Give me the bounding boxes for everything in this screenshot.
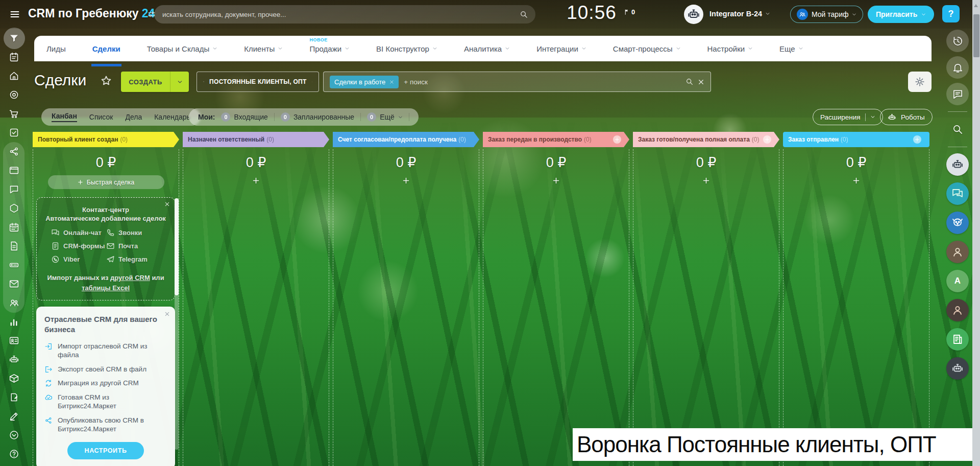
nav-item[interactable]: Аналитика [464, 44, 510, 53]
nav-item[interactable]: Еще [779, 44, 803, 53]
industry-crm-item[interactable]: Миграция из другой CRM [44, 379, 167, 388]
excel-link[interactable]: таблицы Excel [82, 284, 130, 292]
left-sidebar-item[interactable] [0, 312, 28, 331]
scrollbar-up-arrow[interactable] [974, 4, 978, 7]
counter-item[interactable]: 0 Входящие [221, 112, 267, 122]
nav-item[interactable]: Настройки [707, 44, 753, 53]
kanban-column-header[interactable]: Повторный клиент создан (0) [33, 132, 179, 147]
left-sidebar-item[interactable] [0, 85, 28, 104]
right-sidebar-tool[interactable] [946, 83, 969, 105]
quick-deal-button[interactable]: Быстрая сделка [48, 175, 164, 189]
user-avatar[interactable] [684, 5, 703, 24]
left-sidebar-item[interactable] [0, 293, 28, 312]
right-sidebar-avatar[interactable] [946, 241, 969, 263]
search-icon[interactable] [520, 10, 528, 19]
industry-crm-item[interactable]: Экспорт своей CRM в файл [44, 365, 167, 374]
left-sidebar-item[interactable] [0, 142, 28, 161]
right-sidebar-tool[interactable] [946, 118, 969, 141]
industry-crm-item[interactable]: Опубликовать свою CRM в Битрикс24.Маркет [44, 416, 167, 434]
page-scrollbar[interactable] [972, 0, 980, 466]
industry-crm-item[interactable]: Готовая CRM из Битрикс24.Маркет [44, 393, 167, 411]
add-card-button[interactable] [852, 177, 860, 187]
deals-search-input[interactable] [403, 78, 681, 86]
nav-item[interactable]: Смарт-процессы [613, 44, 681, 53]
robots-button[interactable]: Роботы [880, 109, 933, 125]
channel-item[interactable]: Telegram [106, 255, 167, 264]
channel-item[interactable]: Почта [106, 242, 167, 250]
left-sidebar-item[interactable] [0, 274, 28, 293]
left-sidebar-item[interactable] [0, 255, 28, 274]
view-tab[interactable]: Канбан [52, 112, 77, 122]
left-sidebar-item[interactable] [0, 66, 28, 85]
filter-chip[interactable]: Сделки в работе [330, 76, 399, 88]
kanban-column-header[interactable]: Заказ готов/получена полная оплата (0) [633, 132, 779, 147]
view-tab[interactable]: Список [89, 113, 113, 121]
add-deal-button[interactable] [613, 135, 621, 144]
tariff-button[interactable]: Мой тариф [790, 6, 863, 23]
channel-item[interactable]: Viber [51, 255, 105, 264]
left-sidebar-item[interactable] [0, 388, 28, 407]
channel-item[interactable]: Онлайн-чат [51, 228, 105, 237]
notifications-flag[interactable]: 0 [624, 8, 635, 16]
right-sidebar-avatar[interactable]: A [946, 270, 969, 292]
view-tab[interactable]: Дела [125, 113, 142, 121]
kanban-column-header[interactable]: Заказ отправлен (0) [783, 132, 929, 147]
add-deal-button[interactable] [763, 135, 771, 144]
channel-item[interactable]: Звонки [106, 228, 167, 237]
nav-item[interactable]: Товары и Склады [147, 44, 218, 53]
left-sidebar-item[interactable] [0, 104, 28, 123]
right-sidebar-tool[interactable] [946, 30, 969, 52]
counter-item[interactable]: 0 Запланированные [281, 112, 354, 122]
extensions-button[interactable]: Расширения [813, 109, 883, 125]
left-sidebar-item[interactable] [0, 48, 28, 66]
left-sidebar-item[interactable] [0, 199, 28, 218]
invite-button[interactable]: Пригласить [868, 6, 934, 23]
left-sidebar-item[interactable] [0, 123, 28, 142]
board-settings-button[interactable] [908, 72, 932, 92]
right-sidebar-avatar[interactable] [946, 212, 969, 234]
nav-item[interactable]: Интеграции [536, 44, 586, 53]
nav-item[interactable]: Сделки [92, 44, 120, 53]
right-sidebar-avatar[interactable] [946, 357, 969, 380]
right-sidebar-avatar[interactable] [946, 153, 969, 176]
right-sidebar-tool[interactable] [946, 56, 969, 79]
deals-search-box[interactable]: Сделки в работе [323, 72, 711, 92]
nav-item[interactable]: Клиенты [244, 44, 283, 53]
column-scrollbar-thumb[interactable] [175, 198, 179, 295]
industry-crm-item[interactable]: Импорт отраслевой CRM из файла [44, 342, 167, 360]
left-sidebar-item[interactable] [0, 180, 28, 199]
configure-button[interactable]: НАСТРОИТЬ [67, 442, 144, 459]
add-card-button[interactable] [252, 177, 260, 187]
global-search-input[interactable] [161, 10, 520, 19]
counter-item[interactable]: 0 Ещё [367, 112, 403, 122]
nav-item[interactable]: НОВОЕ Продажи [309, 44, 350, 53]
filter-preset-button[interactable]: ПОСТОЯННЫЕ КЛИЕНТЫ, ОПТ [197, 72, 319, 92]
global-search[interactable] [154, 5, 535, 24]
favorite-star-icon[interactable] [100, 75, 112, 87]
help-button[interactable]: ? [942, 5, 960, 22]
right-sidebar-avatar[interactable] [946, 328, 969, 351]
create-deal-button[interactable]: СОЗДАТЬ [121, 72, 189, 92]
left-sidebar-item[interactable] [0, 369, 28, 388]
clear-search-icon[interactable] [698, 79, 704, 85]
kanban-column-header[interactable]: Счет согласован/предоплата получена (0) [333, 132, 479, 147]
kanban-column-header[interactable]: Назначен ответственный (0) [183, 132, 329, 147]
hamburger-menu-icon[interactable] [9, 9, 20, 19]
app-title[interactable]: CRM по Гребенюку24 [28, 7, 155, 20]
add-card-button[interactable] [552, 177, 560, 187]
left-sidebar-item[interactable] [0, 29, 28, 48]
channel-item[interactable]: CRM-формы [51, 242, 105, 250]
view-tab[interactable]: Календарь [154, 113, 190, 121]
clock[interactable]: 10:56 [565, 2, 619, 24]
user-menu[interactable]: Integrator B-24 [709, 10, 770, 18]
add-deal-button[interactable] [913, 135, 921, 144]
left-sidebar-item[interactable] [0, 237, 28, 255]
add-card-button[interactable] [402, 177, 410, 187]
close-icon[interactable] [164, 201, 170, 207]
create-dropdown[interactable] [170, 72, 189, 92]
left-sidebar-item[interactable] [0, 407, 28, 426]
left-sidebar-item[interactable] [0, 218, 28, 237]
other-crm-link[interactable]: другой CRM [110, 274, 150, 282]
left-sidebar-item[interactable] [0, 350, 28, 369]
page-scrollbar-thumb[interactable] [973, 14, 979, 57]
